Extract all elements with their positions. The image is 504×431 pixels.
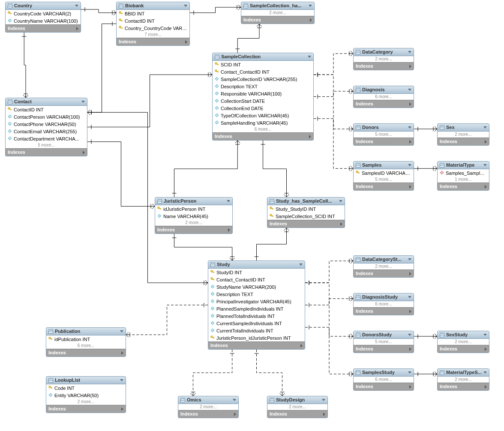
chevron-down-icon[interactable] xyxy=(483,126,487,129)
chevron-down-icon[interactable] xyxy=(184,5,187,7)
entity-country[interactable]: CountryCountryCode VARCHAR(2)CountryName… xyxy=(5,2,81,33)
entity-donorsstudy[interactable]: DonorsStudy5 more...Indexes xyxy=(353,331,414,353)
chevron-down-icon[interactable] xyxy=(299,263,303,266)
more-columns-label[interactable]: 7 more... xyxy=(117,32,189,38)
chevron-down-icon[interactable] xyxy=(408,164,411,166)
entity-datacategory[interactable]: DataCategory2 more...Indexes xyxy=(353,48,414,70)
column-row[interactable]: CountryName VARCHAR(100) xyxy=(6,17,81,24)
entity-title[interactable]: JuristicPerson xyxy=(155,198,232,205)
indexes-toggle[interactable]: Indexes xyxy=(241,16,314,24)
column-row[interactable]: Description TEXT xyxy=(208,290,305,298)
entity-lookuplist[interactable]: LookupListCode INTEntity VARCHAR(50)2 mo… xyxy=(46,376,126,413)
chevron-down-icon[interactable] xyxy=(408,126,411,129)
indexes-toggle[interactable]: Indexes xyxy=(117,38,189,45)
column-row[interactable]: ContactID INT xyxy=(6,106,87,113)
column-row[interactable]: TypeOfCollection VARCHAR(45) xyxy=(213,112,313,119)
chevron-down-icon[interactable] xyxy=(75,5,78,7)
column-row[interactable]: Contact_ContactID INT xyxy=(208,276,305,283)
indexes-toggle[interactable]: Indexes xyxy=(354,138,414,145)
entity-contact[interactable]: ContactContactID INTContactPerson VARCHA… xyxy=(5,98,87,156)
column-row[interactable]: SampleHandling VARCHAR(45) xyxy=(213,119,313,126)
indexes-toggle[interactable]: Indexes xyxy=(46,349,126,356)
more-columns-label[interactable]: 2 more... xyxy=(241,10,314,16)
column-row[interactable]: idPublication INT xyxy=(46,335,126,343)
more-columns-label[interactable]: 6 more... xyxy=(213,126,313,132)
column-row[interactable]: PlannedTotalIndividuals INT xyxy=(208,312,305,320)
indexes-toggle[interactable]: Indexes xyxy=(178,410,238,418)
entity-title[interactable]: Country xyxy=(6,2,81,10)
indexes-toggle[interactable]: Indexes xyxy=(354,383,414,390)
column-row[interactable]: ContactPhone VARCHAR(50) xyxy=(6,120,87,128)
column-row[interactable]: CurrentSampledIndividuals INT xyxy=(208,320,305,327)
entity-diagnosis[interactable]: Diagnosis6 more...Indexes xyxy=(353,86,414,108)
column-row[interactable]: Responsible VARCHAR(100) xyxy=(213,90,313,97)
column-row[interactable]: CurrentTotalIndividuals INT xyxy=(208,327,305,334)
more-columns-label[interactable]: 2 more... xyxy=(438,339,489,345)
more-columns-label[interactable]: 6 more... xyxy=(354,94,414,100)
chevron-down-icon[interactable] xyxy=(483,164,487,166)
column-row[interactable]: idJuristicPerson INT xyxy=(155,205,232,213)
entity-title[interactable]: SamplesStudy xyxy=(354,369,414,377)
column-row[interactable]: Entity VARCHAR(50) xyxy=(46,392,126,399)
indexes-toggle[interactable]: Indexes xyxy=(438,383,489,390)
column-row[interactable]: ContactID INT xyxy=(117,17,189,24)
entity-diagnosisstudy[interactable]: DiagnosisStudy6 more...Indexes xyxy=(353,293,414,315)
more-columns-label[interactable]: 2 more... xyxy=(354,56,414,62)
entity-title[interactable]: SexStudy xyxy=(438,331,489,339)
chevron-down-icon[interactable] xyxy=(120,330,123,332)
chevron-down-icon[interactable] xyxy=(308,56,311,58)
more-columns-label[interactable]: 1 more... xyxy=(438,177,489,183)
entity-samplecollection[interactable]: SampleCollectionSCID INTContact_ContactI… xyxy=(212,53,314,141)
entity-title[interactable]: Sex xyxy=(438,124,489,132)
indexes-toggle[interactable]: Indexes xyxy=(354,100,414,108)
indexes-toggle[interactable]: Indexes xyxy=(267,220,345,227)
more-columns-label[interactable]: 6 more... xyxy=(354,301,414,307)
more-columns-label[interactable]: 5 more... xyxy=(354,132,414,138)
indexes-toggle[interactable]: Indexes xyxy=(354,345,414,353)
entity-title[interactable]: DonorsStudy xyxy=(354,331,414,339)
er-diagram-canvas[interactable]: CountryCountryCode VARCHAR(2)CountryName… xyxy=(0,0,504,431)
indexes-toggle[interactable]: Indexes xyxy=(6,148,87,156)
more-columns-label[interactable]: 2 more... xyxy=(155,220,232,226)
column-row[interactable]: SamplesID VARCHAR(45) xyxy=(354,169,414,177)
indexes-toggle[interactable]: Indexes xyxy=(46,405,126,413)
chevron-down-icon[interactable] xyxy=(408,334,411,336)
chevron-down-icon[interactable] xyxy=(408,296,411,298)
column-row[interactable]: PlannedSampledIndividuals INT xyxy=(208,305,305,312)
entity-title[interactable]: Publication xyxy=(46,328,126,335)
indexes-toggle[interactable]: Indexes xyxy=(354,269,414,277)
chevron-down-icon[interactable] xyxy=(408,51,411,53)
chevron-down-icon[interactable] xyxy=(483,334,487,336)
more-columns-label[interactable]: 5 more... xyxy=(6,142,87,148)
entity-study_has_samplecoll[interactable]: Study_has_SampleColl...Study_StudyID INT… xyxy=(267,197,345,228)
entity-title[interactable]: DiagnosisStudy xyxy=(354,293,414,301)
entity-sexstudy[interactable]: SexStudy2 more...Indexes xyxy=(437,331,489,353)
more-columns-label[interactable]: 2 more... xyxy=(438,377,489,383)
chevron-down-icon[interactable] xyxy=(483,371,487,374)
entity-datacategoryst[interactable]: DataCategorySt...2 more...Indexes xyxy=(353,255,414,278)
indexes-toggle[interactable]: Indexes xyxy=(155,226,232,233)
entity-publication[interactable]: PublicationidPublication INT6 more...Ind… xyxy=(46,327,126,357)
entity-title[interactable]: Biobank xyxy=(117,2,189,10)
indexes-toggle[interactable]: Indexes xyxy=(438,138,489,145)
column-row[interactable]: Samples_SamplesI... xyxy=(438,169,489,177)
column-row[interactable]: CountryCode VARCHAR(2) xyxy=(6,10,81,17)
indexes-toggle[interactable]: Indexes xyxy=(354,62,414,70)
chevron-down-icon[interactable] xyxy=(408,258,411,260)
chevron-down-icon[interactable] xyxy=(227,200,230,202)
indexes-toggle[interactable]: Indexes xyxy=(267,410,327,418)
entity-title[interactable]: LookupList xyxy=(46,377,126,384)
column-row[interactable]: Name VARCHAR(45) xyxy=(155,213,232,220)
more-columns-label[interactable]: 2 more... xyxy=(438,132,489,138)
chevron-down-icon[interactable] xyxy=(339,200,342,202)
column-row[interactable]: ContactEmail VARCHAR(255) xyxy=(6,128,87,135)
column-row[interactable]: Contact_ContactID INT xyxy=(213,68,313,75)
chevron-down-icon[interactable] xyxy=(120,379,123,381)
entity-title[interactable]: Contact xyxy=(6,98,87,106)
column-row[interactable]: ContactDepartment VARCHA... xyxy=(6,135,87,142)
column-row[interactable]: JuristicPerson_idJuristicPerson INT xyxy=(208,334,305,341)
entity-title[interactable]: MaterialType xyxy=(438,162,489,169)
entity-title[interactable]: Omics xyxy=(178,396,238,404)
entity-title[interactable]: StudyDesign xyxy=(267,396,327,404)
entity-juristicperson[interactable]: JuristicPersonidJuristicPerson INTName V… xyxy=(155,197,233,234)
